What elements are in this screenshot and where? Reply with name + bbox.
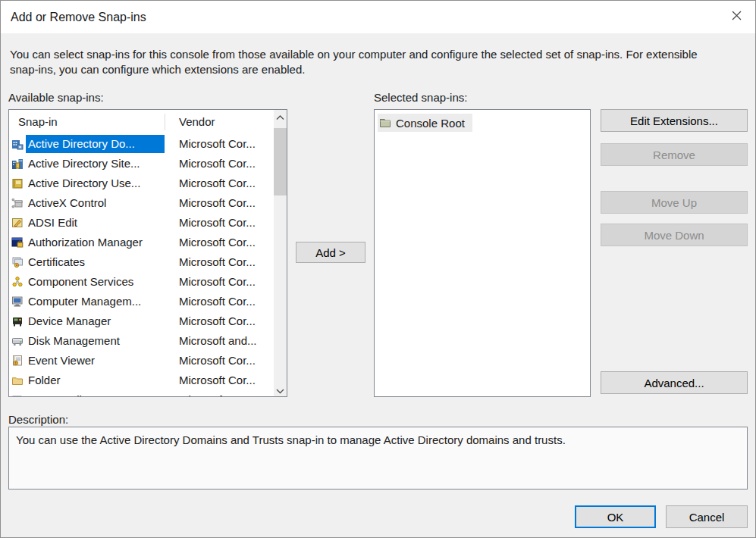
column-divider <box>165 114 165 130</box>
list-item-vendor: Microsoft Cor... <box>179 174 256 192</box>
list-item[interactable]: Folder Microsoft Cor... <box>9 371 274 390</box>
list-item-label: Disk Management <box>26 332 165 350</box>
scroll-down-button[interactable] <box>274 383 287 396</box>
selected-snapins-list[interactable]: Console Root <box>374 109 591 397</box>
list-item-label: Certificates <box>26 253 165 271</box>
list-item-vendor: Microsoft Cor... <box>179 292 256 311</box>
authorization-manager-icon <box>11 236 24 249</box>
list-item[interactable]: Certificates Microsoft Cor... <box>9 252 274 272</box>
list-item-label: Active Directory Site... <box>26 155 165 173</box>
ok-button[interactable]: OK <box>575 505 656 528</box>
folder-icon <box>11 374 24 386</box>
chevron-down-icon <box>276 383 284 397</box>
list-item[interactable]: Event Viewer Microsoft Cor... <box>9 351 274 371</box>
description-label: Description: <box>8 413 68 426</box>
scroll-up-button[interactable] <box>274 110 287 123</box>
list-item[interactable]: Active Directory Site... Microsoft Cor..… <box>9 154 274 174</box>
available-snapins-list[interactable]: Snap-in Vendor Active Directory Do... Mi… <box>8 109 287 397</box>
list-item-vendor: Microsoft Cor... <box>179 312 256 330</box>
close-button[interactable] <box>719 1 754 33</box>
add-button[interactable]: Add > <box>296 242 365 263</box>
device-manager-icon <box>11 315 24 327</box>
vertical-scrollbar[interactable] <box>274 110 287 396</box>
list-item[interactable]: ADSI Edit Microsoft Cor... <box>9 213 274 233</box>
list-item[interactable]: Active Directory Do... Microsoft Cor... <box>9 134 274 154</box>
activex-icon <box>11 197 24 209</box>
list-item[interactable]: Active Directory Use... Microsoft Cor... <box>9 174 274 193</box>
scrollbar-thumb[interactable] <box>274 128 287 195</box>
list-item-label: Component Services <box>26 273 165 291</box>
edit-extensions-button[interactable]: Edit Extensions... <box>601 109 748 132</box>
list-item-console-root[interactable]: Console Root <box>378 114 472 132</box>
advanced-button[interactable]: Advanced... <box>601 371 748 394</box>
list-item-vendor: Microsoft Cor... <box>179 233 256 252</box>
list-item-vendor: Microsoft Cor... <box>179 214 256 232</box>
ad-domains-icon <box>11 138 24 150</box>
cancel-button[interactable]: Cancel <box>666 505 748 528</box>
certificates-icon <box>11 256 24 268</box>
dialog-title: Add or Remove Snap-ins <box>11 1 146 33</box>
ad-sites-icon <box>11 158 24 170</box>
selected-snapins-label: Selected snap-ins: <box>374 91 467 104</box>
console-root-folder-icon <box>379 117 391 129</box>
chevron-up-icon <box>276 110 284 124</box>
move-down-button[interactable]: Move Down <box>601 224 748 246</box>
list-item-label: ADSI Edit <box>26 214 165 232</box>
list-item-label: Group Policy Man... <box>26 391 165 397</box>
column-header-vendor[interactable]: Vendor <box>179 110 215 134</box>
list-item-vendor: Microsoft C... <box>179 391 246 397</box>
list-item-label: Active Directory Use... <box>26 174 165 192</box>
list-item-label: Device Manager <box>26 312 165 330</box>
computer-management-icon <box>11 296 24 308</box>
list-item-vendor: Microsoft Cor... <box>179 155 256 173</box>
group-policy-icon <box>11 394 24 397</box>
description-box: You can use the Active Directory Domains… <box>8 427 748 490</box>
remove-button[interactable]: Remove <box>601 143 748 166</box>
column-header-snapin[interactable]: Snap-in <box>18 110 58 134</box>
list-item[interactable]: Group Policy Man... Microsoft C... <box>9 390 274 397</box>
list-item[interactable]: Disk Management Microsoft and... <box>9 331 274 351</box>
list-column-header[interactable]: Snap-in Vendor <box>9 110 287 134</box>
list-item[interactable]: Computer Managem... Microsoft Cor... <box>9 292 274 311</box>
list-item-label: ActiveX Control <box>26 194 165 212</box>
list-item-vendor: Microsoft Cor... <box>179 352 256 370</box>
list-item-label: Event Viewer <box>26 352 165 370</box>
disk-management-icon <box>11 335 24 347</box>
move-up-button[interactable]: Move Up <box>601 191 748 214</box>
list-item-vendor: Microsoft Cor... <box>179 253 256 271</box>
add-remove-snapins-dialog: Add or Remove Snap-ins You can select sn… <box>0 0 756 538</box>
adsi-edit-icon <box>11 217 24 229</box>
list-item[interactable]: Component Services Microsoft Cor... <box>9 272 274 292</box>
list-item-label: Console Root <box>396 117 465 130</box>
available-snapins-rows: Active Directory Do... Microsoft Cor... … <box>9 134 274 397</box>
close-icon <box>730 9 743 24</box>
ad-users-icon <box>11 177 24 189</box>
title-bar: Add or Remove Snap-ins <box>1 1 755 33</box>
list-item[interactable]: ActiveX Control Microsoft Cor... <box>9 193 274 213</box>
list-item[interactable]: Authorization Manager Microsoft Cor... <box>9 233 274 252</box>
list-item-vendor: Microsoft Cor... <box>179 135 256 153</box>
event-viewer-icon <box>11 355 24 367</box>
description-text: You can use the Active Directory Domains… <box>16 433 739 448</box>
list-item-vendor: Microsoft and... <box>179 332 257 350</box>
list-item-vendor: Microsoft Cor... <box>179 194 256 212</box>
list-item-label: Folder <box>26 371 165 389</box>
list-item-label: Authorization Manager <box>26 233 165 252</box>
available-snapins-label: Available snap-ins: <box>8 91 104 104</box>
list-item-label: Active Directory Do... <box>26 135 165 153</box>
dialog-instructions: You can select snap-ins for this console… <box>10 47 711 77</box>
list-item-vendor: Microsoft Cor... <box>179 371 256 389</box>
list-item-label: Computer Managem... <box>26 292 165 311</box>
list-item[interactable]: Device Manager Microsoft Cor... <box>9 311 274 331</box>
component-services-icon <box>11 276 24 288</box>
list-item-vendor: Microsoft Cor... <box>179 273 256 291</box>
